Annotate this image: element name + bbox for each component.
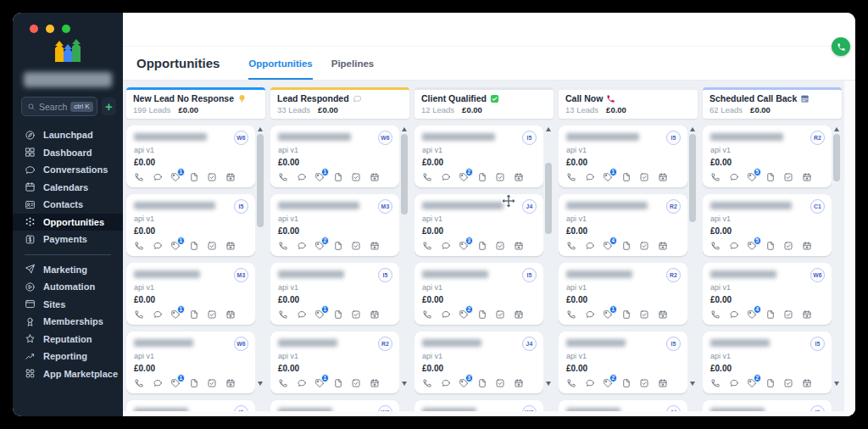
sidebar-item-sites[interactable]: Sites	[13, 296, 123, 314]
scroll-down-icon[interactable]	[690, 382, 695, 386]
pipeline-stage-header[interactable]: Call Now 13 Leads £0.00	[559, 87, 698, 119]
tasks-icon[interactable]	[783, 378, 793, 388]
opportunity-card[interactable]: J4 api v1 £0.00 3	[415, 194, 543, 256]
tasks-icon[interactable]	[783, 241, 793, 251]
appointment-icon[interactable]	[658, 309, 668, 320]
tag-icon[interactable]: 2	[603, 378, 613, 388]
opportunity-card[interactable]: I5 api v1 £0.00 1	[126, 194, 255, 256]
opportunity-card[interactable]: R2 api v1 £0.00 1	[270, 332, 399, 393]
appointment-icon[interactable]	[802, 172, 812, 182]
notes-icon[interactable]	[189, 241, 199, 251]
zoom-button[interactable]	[62, 25, 70, 33]
call-icon[interactable]	[278, 172, 288, 182]
tab-pipelines[interactable]: Pipelines	[331, 47, 375, 80]
tag-icon[interactable]: 2	[747, 378, 757, 388]
sidebar-item-opportunities[interactable]: Opportunities	[13, 214, 123, 231]
phone-support-button[interactable]	[832, 37, 850, 56]
appointment-icon[interactable]	[370, 172, 380, 182]
notes-icon[interactable]	[765, 378, 776, 388]
sms-icon[interactable]	[729, 378, 739, 388]
sms-icon[interactable]	[585, 378, 595, 388]
appointment-icon[interactable]	[514, 172, 524, 182]
sms-icon[interactable]	[585, 309, 595, 320]
call-icon[interactable]	[278, 241, 288, 251]
tag-icon[interactable]: 2	[459, 172, 469, 182]
sms-icon[interactable]	[297, 309, 307, 320]
sidebar-item-app-marketplace[interactable]: App Marketplace	[13, 365, 123, 383]
opportunity-card[interactable]: J4 api v1 £0.00 3	[415, 332, 543, 393]
tag-icon[interactable]: 1	[314, 172, 325, 182]
scrollbar-thumb[interactable]	[401, 134, 408, 214]
tasks-icon[interactable]	[495, 172, 505, 182]
sms-icon[interactable]	[585, 172, 595, 182]
appointment-icon[interactable]	[802, 309, 812, 320]
sidebar-item-memberships[interactable]: Memberships	[13, 313, 123, 331]
tasks-icon[interactable]	[351, 241, 361, 251]
call-icon[interactable]	[134, 172, 144, 182]
notes-icon[interactable]	[621, 172, 632, 182]
sidebar-item-contacts[interactable]: Contacts	[13, 196, 123, 214]
tasks-icon[interactable]	[207, 172, 217, 182]
sms-icon[interactable]	[441, 378, 451, 388]
tag-icon[interactable]: 5	[747, 241, 757, 251]
scroll-down-icon[interactable]	[546, 382, 551, 386]
account-name-redacted[interactable]	[24, 72, 112, 87]
notes-icon[interactable]	[189, 172, 199, 182]
sms-icon[interactable]	[441, 172, 451, 182]
tag-icon[interactable]: 4	[603, 241, 613, 251]
scroll-up-icon[interactable]	[834, 127, 839, 131]
call-icon[interactable]	[566, 241, 576, 251]
appointment-icon[interactable]	[225, 378, 236, 388]
column-scrollbar[interactable]	[543, 125, 554, 416]
opportunity-card[interactable]: I5 api v1 £0.00 2	[703, 332, 832, 393]
appointment-icon[interactable]	[658, 378, 668, 388]
opportunity-card[interactable]: C1 api v1 £0.00 5	[703, 194, 832, 256]
tasks-icon[interactable]	[351, 378, 361, 388]
notes-icon[interactable]	[333, 378, 343, 388]
column-scrollbar[interactable]	[687, 125, 698, 416]
sms-icon[interactable]	[297, 241, 307, 251]
appointment-icon[interactable]	[370, 241, 380, 251]
sidebar-item-launchpad[interactable]: Launchpad	[13, 126, 123, 144]
tasks-icon[interactable]	[207, 241, 217, 251]
tag-icon[interactable]: 1	[170, 378, 181, 388]
tag-icon[interactable]: 1	[170, 172, 181, 182]
sms-icon[interactable]	[297, 378, 307, 388]
sidebar-item-reputation[interactable]: Reputation	[13, 331, 123, 348]
tag-icon[interactable]: 2	[314, 241, 325, 251]
call-icon[interactable]	[422, 241, 432, 251]
sidebar-item-marketing[interactable]: Marketing	[13, 261, 123, 279]
appointment-icon[interactable]	[802, 378, 812, 388]
opportunity-card[interactable]: W6 api v1 £0.00 1	[126, 332, 255, 393]
sms-icon[interactable]	[297, 172, 307, 182]
appointment-icon[interactable]	[370, 378, 380, 388]
search-input[interactable]: Search ctrl K	[21, 97, 97, 116]
call-icon[interactable]	[710, 309, 721, 320]
opportunity-card[interactable]: M3 api v1 £0.00 1	[126, 263, 255, 325]
scroll-up-icon[interactable]	[546, 127, 551, 131]
sms-icon[interactable]	[729, 172, 739, 182]
tag-icon[interactable]: 3	[459, 241, 469, 251]
opportunity-card[interactable]: W6 api v1 £0.00 4	[703, 263, 832, 325]
pipeline-stage-header[interactable]: Scheduled Call Back 62 Leads £0.00	[703, 87, 842, 119]
scroll-up-icon[interactable]	[402, 127, 407, 131]
sms-icon[interactable]	[441, 309, 451, 320]
tab-opportunities[interactable]: Opportunities	[248, 47, 312, 80]
tag-icon[interactable]: 5	[747, 172, 757, 182]
notes-icon[interactable]	[189, 309, 199, 320]
tasks-icon[interactable]	[783, 309, 793, 320]
tag-icon[interactable]: 3	[459, 378, 469, 388]
call-icon[interactable]	[710, 378, 721, 388]
notes-icon[interactable]	[621, 309, 632, 320]
pipeline-stage-header[interactable]: Lead Responded 33 Leads £0.00	[270, 87, 409, 119]
tasks-icon[interactable]	[495, 309, 505, 320]
sms-icon[interactable]	[729, 241, 739, 251]
call-icon[interactable]	[422, 172, 432, 182]
scrollbar-thumb[interactable]	[689, 134, 696, 222]
notes-icon[interactable]	[477, 172, 487, 182]
tag-icon[interactable]: 1	[170, 241, 181, 251]
column-scrollbar[interactable]	[832, 125, 842, 416]
opportunity-card[interactable]: R2 api v1 £0.00 1	[559, 263, 687, 325]
call-icon[interactable]	[134, 241, 144, 251]
tag-icon[interactable]: 1	[314, 309, 325, 320]
